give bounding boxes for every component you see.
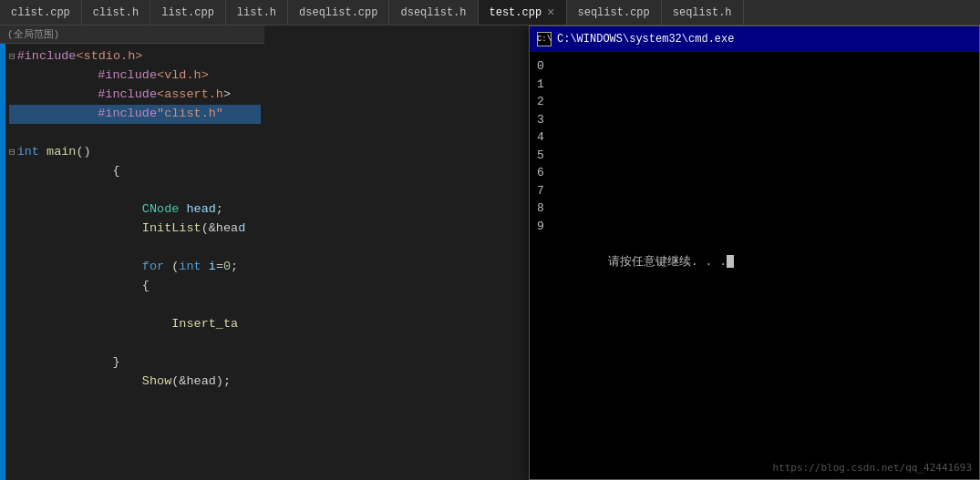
tab-test-cpp[interactable]: test.cpp × (479, 0, 567, 25)
cmd-window[interactable]: C:\ C:\WINDOWS\system32\cmd.exe 0 1 2 3 … (529, 26, 980, 480)
code-line: { (9, 277, 261, 296)
code-line: Show(&head); (9, 373, 261, 392)
scope-bar: (全局范围) (0, 26, 264, 44)
code-panel: (全局范围) ⊟#include<stdio.h> #include<vld.h… (0, 26, 264, 480)
watermark: https://blog.csdn.net/qq_42441693 (772, 462, 972, 474)
cmd-body[interactable]: 0 1 2 3 4 5 6 7 8 9 请按任意键继续. . . https:/… (530, 52, 979, 479)
tab-dseqlist-cpp[interactable]: dseqlist.cpp (288, 0, 389, 25)
main-area: (全局范围) ⊟#include<stdio.h> #include<vld.h… (0, 26, 980, 480)
cmd-icon: C:\ (537, 32, 552, 46)
code-content[interactable]: ⊟#include<stdio.h> #include<vld.h> #incl… (0, 44, 264, 480)
tab-clist-cpp[interactable]: clist.cpp (0, 0, 82, 25)
code-area[interactable]: ⊟#include<stdio.h> #include<vld.h> #incl… (0, 44, 264, 480)
tab-seqlist-cpp[interactable]: seqlist.cpp (567, 0, 662, 25)
code-line: Insert_ta (9, 315, 261, 334)
cmd-prompt-line: 请按任意键继续. . . (537, 235, 972, 289)
gutter-indicator (0, 44, 5, 480)
code-line: { (9, 162, 261, 181)
tab-dseqlist-h[interactable]: dseqlist.h (389, 0, 478, 25)
cmd-title: C:\WINDOWS\system32\cmd.exe (557, 33, 972, 46)
tab-list-h[interactable]: list.h (226, 0, 288, 25)
tab-close-icon[interactable]: × (547, 5, 554, 20)
cmd-cursor (727, 255, 734, 268)
cmd-titlebar: C:\ C:\WINDOWS\system32\cmd.exe (530, 26, 979, 52)
code-line: InitList(&head (9, 220, 261, 239)
code-line: #include"clist.h" (9, 105, 261, 124)
tab-clist-h[interactable]: clist.h (82, 0, 150, 25)
right-panel: C:\ C:\WINDOWS\system32\cmd.exe 0 1 2 3 … (264, 26, 980, 480)
tab-seqlist-h[interactable]: seqlist.h (662, 0, 744, 25)
cmd-output-numbers: 0 1 2 3 4 5 6 7 8 9 (537, 57, 972, 235)
tab-bar: clist.cpp clist.h list.cpp list.h dseqli… (0, 0, 980, 26)
tab-list-cpp[interactable]: list.cpp (150, 0, 226, 25)
